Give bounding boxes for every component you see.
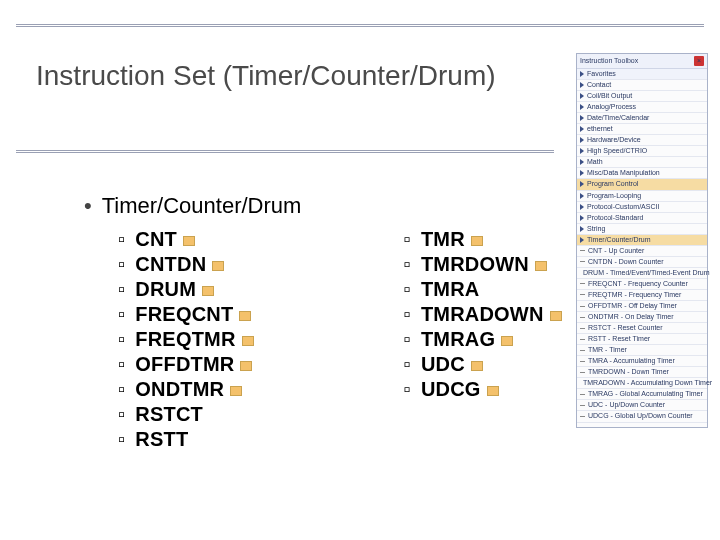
panel-group[interactable]: High Speed/CTRIO [577, 146, 707, 157]
panel-group[interactable]: Protocol-Standard [577, 213, 707, 224]
instruction-chip-icon [471, 361, 483, 371]
expand-icon [580, 170, 584, 176]
instruction-chip-icon [183, 236, 195, 246]
instruction-chip-icon [550, 311, 562, 321]
bullet-icon [580, 416, 585, 417]
panel-item-label: CNTDN - Down Counter [588, 258, 663, 266]
panel-item[interactable]: RSTT - Reset Timer [577, 334, 707, 345]
expand-icon [580, 148, 584, 154]
bullet-icon [580, 317, 585, 318]
panel-group-label: Analog/Process [587, 103, 636, 111]
bullet-icon [580, 306, 585, 307]
panel-group[interactable]: Coil/Bit Output [577, 91, 707, 102]
panel-group[interactable]: Contact [577, 80, 707, 91]
panel-group-label: Timer/Counter/Drum [587, 236, 651, 244]
panel-item-label: FREQTMR - Frequency Timer [588, 291, 681, 299]
panel-item[interactable]: TMRA - Accumulating Timer [577, 356, 707, 367]
panel-title: Instruction Toolbox [580, 57, 638, 65]
instruction-chip-icon [487, 386, 499, 396]
decorative-rule-top [16, 24, 704, 27]
panel-group-label: Favorites [587, 70, 616, 78]
expand-icon [580, 71, 584, 77]
expand-icon [580, 137, 584, 143]
panel-group-label: Contact [587, 81, 611, 89]
panel-group[interactable]: Timer/Counter/Drum [577, 235, 707, 246]
panel-titlebar: Instruction Toolbox × [577, 54, 707, 69]
bullet-icon [580, 372, 585, 373]
instruction-item: UDCG [404, 377, 562, 402]
instruction-item: TMRAG [404, 327, 562, 352]
instruction-chip-icon [240, 361, 252, 371]
panel-item[interactable]: FREQTMR - Frequency Timer [577, 290, 707, 301]
instruction-item: ONDTMR [118, 377, 254, 402]
panel-item-label: TMRADOWN - Accumulating Down Timer [583, 379, 712, 387]
panel-item[interactable]: CNTDN - Down Counter [577, 257, 707, 268]
instruction-chip-icon [202, 286, 214, 296]
instruction-chip-icon [501, 336, 513, 346]
panel-group-label: Math [587, 158, 603, 166]
panel-item[interactable]: TMRDOWN - Down Timer [577, 367, 707, 378]
close-icon[interactable]: × [694, 56, 704, 66]
panel-group[interactable]: String [577, 224, 707, 235]
slide: Instruction Set (Timer/Counter/Drum) Tim… [0, 0, 720, 540]
panel-item[interactable]: RSTCT - Reset Counter [577, 323, 707, 334]
panel-group[interactable]: Date/Time/Calendar [577, 113, 707, 124]
panel-group[interactable]: Program Control [577, 179, 707, 190]
panel-group-label: Protocol-Custom/ASCII [587, 203, 659, 211]
panel-group[interactable]: Analog/Process [577, 102, 707, 113]
bullet-icon [580, 294, 585, 295]
instruction-item: TMRA [404, 277, 562, 302]
panel-item-label: ONDTMR - On Delay Timer [588, 313, 674, 321]
expand-icon [580, 237, 584, 243]
panel-item[interactable]: TMRAG - Global Accumulating Timer [577, 389, 707, 400]
panel-item[interactable]: UDC - Up/Down Counter [577, 400, 707, 411]
bullet-icon [580, 405, 585, 406]
panel-group-label: Hardware/Device [587, 136, 641, 144]
panel-item[interactable]: TMRADOWN - Accumulating Down Timer [577, 378, 707, 389]
panel-item[interactable]: ONDTMR - On Delay Timer [577, 312, 707, 323]
bullet-icon [580, 283, 585, 284]
panel-group[interactable]: ethernet [577, 124, 707, 135]
panel-item[interactable]: UDCG - Global Up/Down Counter [577, 411, 707, 422]
panel-item-label: TMRAG - Global Accumulating Timer [588, 390, 703, 398]
panel-group[interactable]: Program-Looping [577, 191, 707, 202]
expand-icon [580, 82, 584, 88]
bullet-icon [580, 394, 585, 395]
instruction-item: RSTT [118, 427, 254, 452]
bullet-icon [580, 328, 585, 329]
expand-icon [580, 204, 584, 210]
panel-item-label: UDC - Up/Down Counter [588, 401, 665, 409]
bullet-icon [580, 261, 585, 262]
panel-group-list: FavoritesContactCoil/Bit OutputAnalog/Pr… [577, 69, 707, 246]
instruction-item: DRUM [118, 277, 254, 302]
expand-icon [580, 193, 584, 199]
expand-icon [580, 115, 584, 121]
bullet-icon [580, 339, 585, 340]
panel-group-label: High Speed/CTRIO [587, 147, 647, 155]
instruction-item: CNTDN [118, 252, 254, 277]
panel-group[interactable]: Misc/Data Manipulation [577, 168, 707, 179]
panel-group[interactable]: Hardware/Device [577, 135, 707, 146]
panel-item[interactable]: DRUM - Timed/Event/Timed-Event Drum [577, 268, 707, 279]
expand-icon [580, 93, 584, 99]
instruction-chip-icon [212, 261, 224, 271]
panel-group-label: Protocol-Standard [587, 214, 643, 222]
panel-group-label: Program-Looping [587, 192, 641, 200]
panel-item[interactable]: TMR - Timer [577, 345, 707, 356]
panel-item[interactable]: CNT - Up Counter [577, 246, 707, 257]
panel-group[interactable]: Favorites [577, 69, 707, 80]
panel-item[interactable]: FREQCNT - Frequency Counter [577, 279, 707, 290]
panel-item-label: TMRA - Accumulating Timer [588, 357, 675, 365]
instruction-item: TMR [404, 227, 562, 252]
instruction-chip-icon [230, 386, 242, 396]
panel-group[interactable]: Math [577, 157, 707, 168]
panel-item[interactable]: OFFDTMR - Off Delay Timer [577, 301, 707, 312]
bullet-icon [580, 361, 585, 362]
panel-group-label: Misc/Data Manipulation [587, 169, 660, 177]
bullet-icon [580, 350, 585, 351]
expand-icon [580, 215, 584, 221]
panel-group-label: String [587, 225, 605, 233]
instruction-toolbox-panel: Instruction Toolbox × FavoritesContactCo… [576, 53, 708, 428]
instruction-chip-icon [535, 261, 547, 271]
panel-group[interactable]: Protocol-Custom/ASCII [577, 202, 707, 213]
